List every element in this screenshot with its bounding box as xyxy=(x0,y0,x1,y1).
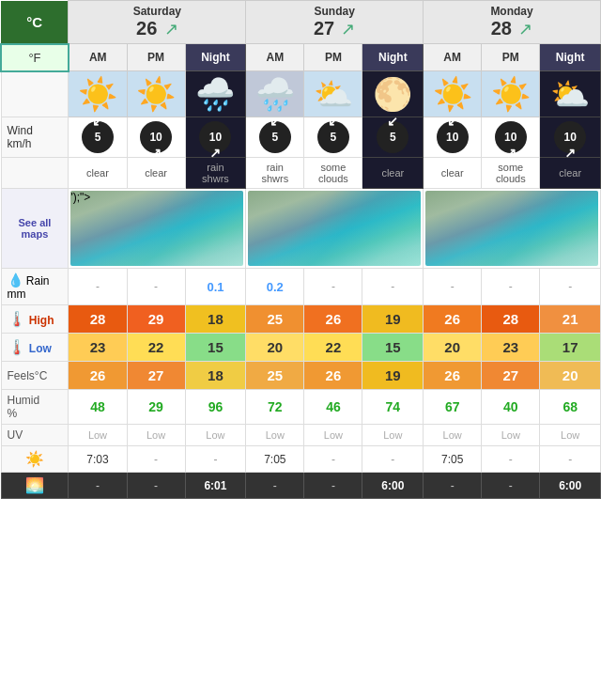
sunday-name: Sunday xyxy=(248,5,421,18)
saturday-expand-icon[interactable]: ↗ xyxy=(164,20,178,39)
sat-night-condition: rainshwrs xyxy=(185,158,246,189)
unit-fahrenheit[interactable]: °F xyxy=(1,44,69,71)
sat-night-feels: 18 xyxy=(185,362,246,390)
sat-night-header: Night xyxy=(185,44,246,71)
sun-map-image xyxy=(248,191,421,266)
sat-am-feels: 26 xyxy=(69,362,127,390)
sunday-expand-icon[interactable]: ↗ xyxy=(341,20,355,39)
condition-spacer xyxy=(1,158,69,189)
sat-pm-humid: 29 xyxy=(127,390,185,425)
mon-am-feels: 26 xyxy=(424,362,482,390)
sat-pm-header: PM xyxy=(127,44,185,71)
sat-night-wind: 10 ↙ xyxy=(185,117,246,158)
sat-am-wind-arrow: ↙ xyxy=(92,114,103,129)
sat-am-uv: Low xyxy=(69,425,127,446)
sat-pm-uv: Low xyxy=(127,425,185,446)
humid-label: Humid% xyxy=(1,390,69,425)
sunset-label: 🌅 xyxy=(1,473,69,499)
sat-night-uv: Low xyxy=(185,425,246,446)
sat-pm-high: 29 xyxy=(127,305,185,334)
mon-map[interactable] xyxy=(424,189,601,269)
sun-pm-sunrise: - xyxy=(304,446,362,473)
sun-pm-wind: 5 ↙ xyxy=(304,117,362,158)
rain-label: 💧 Rainmm xyxy=(1,269,69,305)
sun-am-humid: 72 xyxy=(246,390,304,425)
mon-pm-low: 23 xyxy=(482,334,540,362)
sat-pm-low: 22 xyxy=(127,334,185,362)
saturday-header: Saturday 26 ↗ xyxy=(69,1,246,44)
sun-pm-icon: ⛅ xyxy=(304,71,362,117)
sunday-num: 27 xyxy=(314,18,334,39)
period-header-row: °F AM PM Night AM PM Night AM PM Night xyxy=(1,44,601,71)
mon-night-wind-value: 10 xyxy=(563,131,576,144)
sun-night-condition: clear xyxy=(362,158,424,189)
sat-night-humid: 96 xyxy=(185,390,246,425)
sat-map[interactable]: ');"> xyxy=(69,189,246,269)
mon-pm-humid: 40 xyxy=(482,390,540,425)
sun-am-rain: 0.2 xyxy=(246,269,304,305)
sun-am-high: 25 xyxy=(246,305,304,334)
mon-am-header: AM xyxy=(424,44,482,71)
sun-pm-header: PM xyxy=(304,44,362,71)
sun-pm-low: 22 xyxy=(304,334,362,362)
sun-pm-feels: 26 xyxy=(304,362,362,390)
day-header-row: °C Saturday 26 ↗ Sunday 27 ↗ Monday 28 ↗ xyxy=(1,1,601,44)
uv-row: UV Low Low Low Low Low Low Low Low Low xyxy=(1,425,601,446)
uv-label: UV xyxy=(1,425,69,446)
unit-celsius[interactable]: °C xyxy=(1,1,69,44)
sat-am-humid: 48 xyxy=(69,390,127,425)
mon-am-icon: ☀️ xyxy=(424,71,482,117)
mon-map-image xyxy=(425,191,598,266)
sun-am-wind-arrow: ↙ xyxy=(270,114,281,129)
weather-table: °C Saturday 26 ↗ Sunday 27 ↗ Monday 28 ↗… xyxy=(0,0,601,499)
sat-pm-sunset: - xyxy=(127,473,185,499)
mon-pm-icon: ☀️ xyxy=(482,71,540,117)
sun-night-high: 19 xyxy=(362,305,424,334)
mon-pm-sunrise: - xyxy=(482,446,540,473)
mon-night-sunrise: - xyxy=(540,446,601,473)
mon-pm-wind-value: 10 xyxy=(504,131,516,144)
mon-pm-uv: Low xyxy=(482,425,540,446)
sun-map[interactable] xyxy=(246,189,424,269)
saturday-name: Saturday xyxy=(70,5,243,18)
mon-pm-rain: - xyxy=(482,269,540,305)
mon-pm-sunset: - xyxy=(482,473,540,499)
sun-am-sunset: - xyxy=(246,473,304,499)
mon-am-wind: 10 ↙ xyxy=(424,117,482,158)
sun-night-icon: 🌕 xyxy=(362,71,424,117)
sun-am-uv: Low xyxy=(246,425,304,446)
sat-night-wind-value: 10 xyxy=(209,131,222,144)
monday-expand-icon[interactable]: ↗ xyxy=(518,20,532,39)
sat-am-low: 23 xyxy=(69,334,127,362)
weather-icon-row: ☀️ ☀️ 🌧️ 🌧️ ⛅ 🌕 ☀️ ☀️ ⛅ xyxy=(1,71,601,117)
feels-label: Feels°C xyxy=(1,362,69,390)
rain-icon: 💧 xyxy=(8,272,23,288)
see-all-maps-label[interactable]: See all maps xyxy=(1,189,69,269)
sat-am-icon: ☀️ xyxy=(69,71,127,117)
sun-night-rain: - xyxy=(362,269,424,305)
sat-am-header: AM xyxy=(69,44,127,71)
mon-night-wind-arrow: ↙ xyxy=(564,147,576,162)
mon-night-humid: 68 xyxy=(540,390,601,425)
wind-row: Windkm/h 5 ↙ 10 ↙ 10 ↙ 5 ↙ xyxy=(1,117,601,158)
high-temp-row: 🌡️ High 28 29 18 25 26 19 26 28 21 xyxy=(1,305,601,334)
sat-am-wind: 5 ↙ xyxy=(69,117,127,158)
monday-num: 28 xyxy=(491,18,512,39)
mon-am-high: 26 xyxy=(424,305,482,334)
rain-row: 💧 Rainmm - - 0.1 0.2 - - - - - xyxy=(1,269,601,305)
sat-pm-sunrise: - xyxy=(127,446,185,473)
low-temp-row: 🌡️ Low 23 22 15 20 22 15 20 23 17 xyxy=(1,334,601,362)
sun-night-wind-value: 5 xyxy=(390,131,396,144)
mon-pm-high: 28 xyxy=(482,305,540,334)
sun-am-wind-value: 5 xyxy=(271,131,278,144)
sun-night-wind-arrow: ↙ xyxy=(387,114,398,129)
mon-am-uv: Low xyxy=(424,425,482,446)
sat-pm-feels: 27 xyxy=(127,362,185,390)
sun-am-feels: 25 xyxy=(246,362,304,390)
sat-night-sunset: 6:01 xyxy=(185,473,246,499)
sat-am-rain: - xyxy=(69,269,127,305)
sun-night-uv: Low xyxy=(362,425,424,446)
sun-pm-condition: someclouds xyxy=(304,158,362,189)
condition-row: clear clear rainshwrs rainshwrs someclou… xyxy=(1,158,601,189)
mon-pm-header: PM xyxy=(482,44,540,71)
